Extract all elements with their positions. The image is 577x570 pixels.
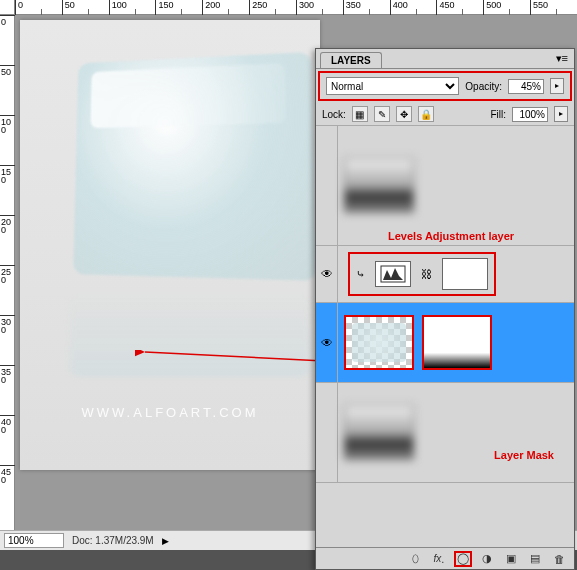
lock-label: Lock: xyxy=(322,109,346,120)
visibility-toggle-icon[interactable]: 👁 xyxy=(316,246,338,302)
opacity-label: Opacity: xyxy=(465,81,502,92)
fx-icon[interactable]: fx. xyxy=(430,551,448,567)
layers-panel: LAYERS ▾≡ Normal Opacity: ▸ Lock: ▦ ✎ ✥ … xyxy=(315,48,575,570)
visibility-toggle-icon[interactable]: 👁 xyxy=(316,303,338,382)
ice-layer-row[interactable]: 👁 xyxy=(316,303,574,383)
add-mask-icon[interactable]: ◯ xyxy=(454,551,472,567)
layer-mask-thumb[interactable] xyxy=(422,315,492,370)
lock-transparency-icon[interactable]: ▦ xyxy=(352,106,368,122)
layer-thumb xyxy=(344,158,414,213)
ruler-corner xyxy=(0,0,15,15)
lock-fill-row: Lock: ▦ ✎ ✥ 🔒 Fill: ▸ xyxy=(316,103,574,126)
panel-menu-icon[interactable]: ▾≡ xyxy=(556,52,568,68)
fill-input[interactable] xyxy=(512,107,548,122)
layer-thumb[interactable] xyxy=(344,315,414,370)
adjustment-layer-icon[interactable]: ◑ xyxy=(478,551,496,567)
levels-icon[interactable] xyxy=(375,261,411,287)
group-icon[interactable]: ▣ xyxy=(502,551,520,567)
visibility-toggle-icon[interactable] xyxy=(316,383,338,482)
adj-layer-box: ⤷ ⛓ xyxy=(348,252,496,296)
panel-tabs: LAYERS ▾≡ xyxy=(316,49,574,69)
lock-paint-icon[interactable]: ✎ xyxy=(374,106,390,122)
link-icon[interactable]: ⛓ xyxy=(421,268,432,280)
mask-annotation: Layer Mask xyxy=(494,449,554,461)
opacity-slider-icon[interactable]: ▸ xyxy=(550,78,564,94)
opacity-input[interactable] xyxy=(508,79,544,94)
zoom-input[interactable] xyxy=(4,533,64,548)
adj-layer-annotation: Levels Adjustment layer xyxy=(388,230,514,242)
clip-indicator-icon: ⤷ xyxy=(356,268,365,281)
new-layer-icon[interactable]: ▤ xyxy=(526,551,544,567)
blend-opacity-row: Normal Opacity: ▸ xyxy=(318,71,572,101)
visibility-toggle-icon[interactable] xyxy=(316,126,338,245)
lock-position-icon[interactable]: ✥ xyxy=(396,106,412,122)
adjustment-layer-row[interactable]: 👁 Levels Adjustment layer ⤷ ⛓ xyxy=(316,246,574,303)
layer-thumb xyxy=(344,405,414,460)
lock-all-icon[interactable]: 🔒 xyxy=(418,106,434,122)
ruler-horizontal: 0 50 100 150 200 250 300 350 400 450 500… xyxy=(15,0,577,15)
watermark-text: WWW.ALFOART.COM xyxy=(20,405,320,420)
trash-icon[interactable]: 🗑 xyxy=(550,551,568,567)
layers-panel-bottom: ⬯ fx. ◯ ◑ ▣ ▤ 🗑 xyxy=(316,547,574,569)
blend-mode-select[interactable]: Normal xyxy=(326,77,459,95)
doc-size-info: Doc: 1.37M/23.9M xyxy=(72,535,154,546)
ruler-vertical: 0 50 100 150 200 250 300 350 400 450 xyxy=(0,15,15,530)
layer-row-blurred-bottom[interactable] xyxy=(316,383,574,483)
adj-mask-thumb[interactable] xyxy=(442,258,488,290)
layer-list: 👁 Levels Adjustment layer ⤷ ⛓ 👁 La xyxy=(316,126,574,483)
ice-cube-artwork xyxy=(73,52,317,281)
layer-row-blurred-top[interactable] xyxy=(316,126,574,246)
layers-tab[interactable]: LAYERS xyxy=(320,52,382,68)
fill-label: Fill: xyxy=(490,109,506,120)
document-canvas[interactable]: WWW.ALFOART.COM xyxy=(20,20,320,470)
ice-reflection xyxy=(70,293,310,377)
link-layers-icon[interactable]: ⬯ xyxy=(406,551,424,567)
fill-slider-icon[interactable]: ▸ xyxy=(554,106,568,122)
